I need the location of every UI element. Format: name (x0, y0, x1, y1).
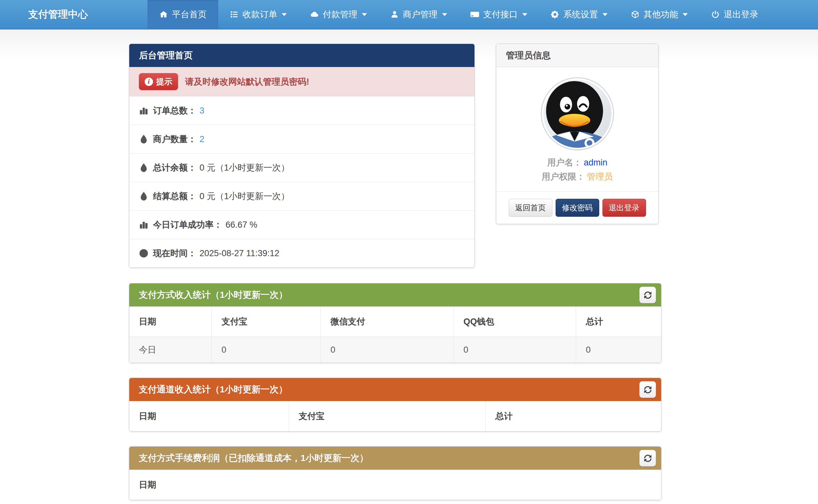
table-cell: 0 (212, 337, 321, 363)
bar-chart-icon (139, 106, 148, 115)
top-row: 后台管理首页 i 提示 请及时修改网站默认管理员密码! 订单总数：3商户数量：2… (129, 44, 662, 268)
stat-row: 现在时间：2025-08-27 11:39:12 (129, 239, 475, 267)
nav-item-label: 其他功能 (644, 9, 678, 20)
avatar (541, 77, 614, 150)
nav-item-label: 退出登录 (724, 9, 758, 20)
refresh-button[interactable] (639, 450, 656, 466)
drop-icon (139, 191, 148, 201)
stat-value: 66.67 % (225, 220, 257, 230)
refresh-icon (644, 291, 652, 299)
stat-row: 商户数量：2 (129, 125, 475, 153)
table-cell: 0 (321, 337, 454, 363)
stat-value: 0 元（1小时更新一次） (199, 190, 290, 202)
nav-item-user[interactable]: 商户管理 (378, 0, 459, 29)
username-link[interactable]: admin (584, 158, 608, 167)
stat-label: 商户数量： (153, 133, 196, 145)
nav-item-label: 收款订单 (242, 9, 277, 20)
stat-table-panel-gold: 支付方式手续费利润（已扣除通道成本，1小时更新一次）日期 (129, 446, 662, 500)
role-value: 管理员 (587, 172, 613, 181)
stat-table-panel-orange: 支付通道收入统计（1小时更新一次）日期支付宝总计 (129, 378, 662, 432)
change-password-button[interactable]: 修改密码 (556, 199, 599, 217)
stat-table: 日期支付宝微信支付QQ钱包总计今日0000 (129, 307, 661, 363)
page-content: 后台管理首页 i 提示 请及时修改网站默认管理员密码! 订单总数：3商户数量：2… (129, 44, 662, 504)
table-cell: 0 (454, 337, 576, 363)
caret-down-icon (362, 13, 367, 16)
stat-value: 0 元（1小时更新一次） (199, 162, 290, 173)
stat-table: 日期支付宝总计 (129, 401, 661, 431)
credit-card-icon (470, 10, 479, 19)
logout-button[interactable]: 退出登录 (603, 199, 646, 217)
admin-info-panel: 管理员信息 (496, 44, 659, 224)
stat-list: 订单总数：3商户数量：2总计余额：0 元（1小时更新一次）结算总额：0 元（1小… (129, 96, 475, 267)
table-column-header: 日期 (129, 401, 289, 431)
stat-row: 订单总数：3 (129, 96, 475, 125)
home-icon (159, 10, 168, 19)
list-icon (230, 10, 239, 19)
nav-item-label: 平台首页 (172, 9, 207, 20)
drop-icon (139, 163, 148, 172)
admin-panel-body: 用户名：admin 用户权限：管理员 (496, 67, 658, 191)
dashboard-panel: 后台管理首页 i 提示 请及时修改网站默认管理员密码! 订单总数：3商户数量：2… (129, 44, 475, 268)
nav-item-cloud[interactable]: 付款管理 (298, 0, 378, 29)
refresh-icon (644, 385, 652, 394)
nav-item-list[interactable]: 收款订单 (218, 0, 298, 29)
stat-table-panel-green: 支付方式收入统计（1小时更新一次）日期支付宝微信支付QQ钱包总计今日0000 (129, 283, 662, 363)
stat-label: 今日订单成功率： (153, 219, 222, 231)
nav-item-label: 系统设置 (563, 9, 598, 20)
admin-panel-footer: 返回首页 修改密码 退出登录 (496, 191, 658, 224)
caret-down-icon (442, 13, 447, 16)
alert-text: 请及时修改网站默认管理员密码! (185, 76, 309, 88)
gear-icon (551, 10, 560, 19)
table-panel-title: 支付通道收入统计（1小时更新一次） (129, 378, 661, 401)
top-navbar: 支付管理中心 平台首页收款订单付款管理商户管理支付接口系统设置其他功能退出登录 (0, 0, 818, 29)
stat-label: 结算总额： (153, 190, 196, 202)
stat-label: 订单总数： (153, 105, 196, 116)
main-menu: 平台首页收款订单付款管理商户管理支付接口系统设置其他功能退出登录 (148, 0, 770, 29)
drop-icon (139, 134, 148, 144)
nav-item-label: 支付接口 (483, 9, 518, 20)
table-column-header: 支付宝 (289, 401, 485, 431)
info-circle-icon: i (145, 78, 153, 86)
nav-item-gear[interactable]: 系统设置 (539, 0, 619, 29)
stat-value-link[interactable]: 2 (199, 134, 204, 144)
refresh-button[interactable] (639, 381, 656, 398)
nav-item-home[interactable]: 平台首页 (148, 0, 218, 29)
app-title: 支付管理中心 (0, 0, 88, 29)
table-column-header: 总计 (486, 401, 661, 431)
table-panel-title-text: 支付方式手续费利润（已扣除通道成本，1小时更新一次） (139, 452, 368, 464)
stat-row: 结算总额：0 元（1小时更新一次） (129, 182, 475, 210)
nav-item-power[interactable]: 退出登录 (699, 0, 770, 29)
cloud-icon (310, 10, 319, 19)
username-label: 用户名： (547, 158, 582, 167)
username-row: 用户名：admin (500, 155, 655, 170)
back-home-button[interactable]: 返回首页 (509, 199, 552, 217)
nav-item-label: 商户管理 (403, 9, 438, 20)
table-cell: 今日 (129, 337, 212, 363)
table-column-header: 微信支付 (321, 307, 454, 337)
caret-down-icon (282, 13, 287, 16)
stat-value-link[interactable]: 3 (199, 106, 204, 116)
table-panel-title-text: 支付通道收入统计（1小时更新一次） (139, 383, 288, 396)
table-panel-title-text: 支付方式收入统计（1小时更新一次） (139, 289, 288, 301)
table-column-header: 总计 (576, 307, 661, 337)
role-label: 用户权限： (542, 172, 585, 181)
table-column-header: 日期 (129, 307, 212, 337)
bar-chart-icon (139, 220, 148, 230)
stat-label: 总计余额： (153, 162, 196, 173)
nav-item-credit-card[interactable]: 支付接口 (459, 0, 539, 29)
stat-row: 今日订单成功率：66.67 % (129, 210, 475, 239)
qq-penguin-avatar-image (542, 78, 613, 149)
power-icon (711, 10, 720, 19)
alert-badge: i 提示 (139, 73, 178, 90)
alert-badge-label: 提示 (156, 76, 172, 87)
table-cell: 0 (576, 337, 661, 363)
table-panel-title: 支付方式手续费利润（已扣除通道成本，1小时更新一次） (129, 447, 661, 470)
caret-down-icon (603, 13, 608, 16)
refresh-button[interactable] (639, 287, 656, 303)
nav-item-cube[interactable]: 其他功能 (619, 0, 699, 29)
table-column-header: QQ钱包 (454, 307, 576, 337)
stat-label: 现在时间： (153, 248, 196, 259)
stat-row: 总计余额：0 元（1小时更新一次） (129, 153, 475, 182)
table-panel-title: 支付方式收入统计（1小时更新一次） (129, 283, 661, 307)
table-column-header: 日期 (129, 470, 661, 500)
